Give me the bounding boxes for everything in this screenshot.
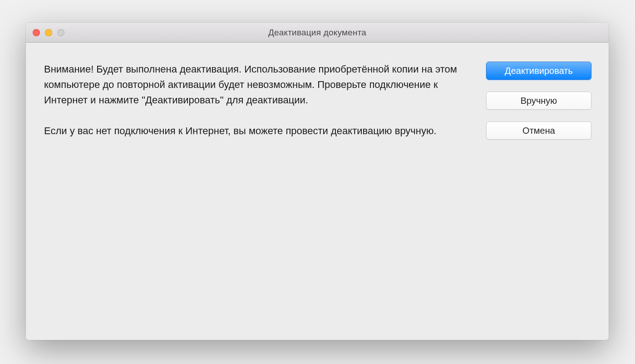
titlebar: Деактивация документа [26, 23, 609, 43]
window-title: Деактивация документа [268, 28, 366, 38]
message-paragraph-2: Если у вас нет подключения к Интернет, в… [44, 123, 468, 139]
deactivate-button[interactable]: Деактивировать [486, 62, 591, 80]
maximize-icon [57, 29, 64, 36]
manual-button[interactable]: Вручную [486, 92, 591, 110]
traffic-lights [33, 29, 64, 36]
dialog-window: Деактивация документа Внимание! Будет вы… [26, 23, 609, 340]
dialog-message: Внимание! Будет выполнена деактивация. И… [44, 62, 468, 324]
message-paragraph-1: Внимание! Будет выполнена деактивация. И… [44, 62, 468, 108]
minimize-icon[interactable] [45, 29, 52, 36]
cancel-button[interactable]: Отмена [486, 121, 591, 140]
close-icon[interactable] [33, 29, 40, 36]
button-column: Деактивировать Вручную Отмена [486, 62, 591, 324]
dialog-body: Внимание! Будет выполнена деактивация. И… [26, 43, 609, 340]
